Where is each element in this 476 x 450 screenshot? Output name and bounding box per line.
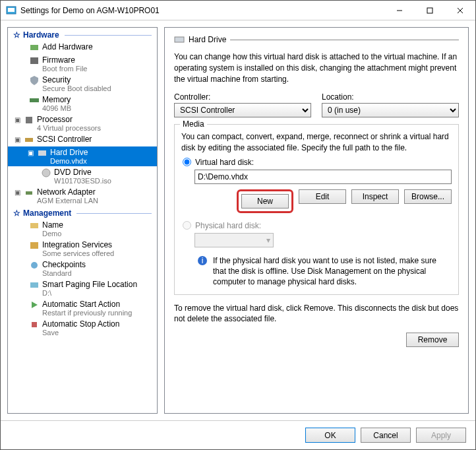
memory-icon — [29, 95, 40, 106]
media-legend: Media — [180, 119, 207, 129]
new-button[interactable]: New — [241, 194, 289, 209]
svg-rect-17 — [30, 282, 38, 288]
scsi-icon — [24, 135, 34, 145]
svg-text:i: i — [202, 256, 204, 265]
physical-hard-disk-label: Physical hard disk: — [195, 221, 261, 230]
shield-icon — [29, 75, 40, 86]
tree-auto-stop[interactable]: Automatic Stop ActionSave — [8, 318, 157, 338]
hard-drive-icon — [37, 148, 47, 158]
firmware-icon — [29, 55, 40, 66]
management-glyph: ☆ — [13, 209, 20, 218]
tree-firmware[interactable]: FirmwareBoot from File — [8, 54, 157, 74]
remove-button[interactable]: Remove — [406, 333, 459, 347]
svg-rect-3 — [427, 8, 432, 13]
hardware-header: ☆ Hardware — [8, 28, 157, 41]
location-label: Location: — [322, 92, 459, 102]
tree-network[interactable]: ▣ Network AdapterAGM External LAN — [8, 186, 157, 206]
controller-label: Controller: — [174, 92, 311, 102]
tree-processor[interactable]: ▣ Processor4 Virtual processors — [8, 113, 157, 133]
media-groupbox: Media You can compact, convert, expand, … — [174, 124, 459, 294]
ok-button[interactable]: OK — [305, 428, 355, 443]
integration-icon — [29, 240, 40, 251]
svg-rect-1 — [8, 8, 15, 12]
dialog-footer: OK Cancel Apply — [1, 420, 475, 449]
tree-dvd-drive[interactable]: DVD DriveW101703ESD.iso — [8, 166, 157, 186]
tree-integration[interactable]: Integration ServicesSome services offere… — [8, 239, 157, 259]
svg-rect-13 — [26, 191, 32, 195]
collapse-icon[interactable]: ▣ — [13, 136, 21, 143]
svg-rect-8 — [30, 98, 39, 102]
tree-security[interactable]: SecuritySecure Boot disabled — [8, 74, 157, 94]
cancel-button[interactable]: Cancel — [361, 428, 411, 443]
close-button[interactable] — [445, 1, 475, 20]
tree-auto-start[interactable]: Automatic Start ActionRestart if previou… — [8, 298, 157, 318]
browse-button[interactable]: Browse... — [404, 189, 452, 204]
dvd-icon — [41, 168, 51, 178]
remove-text: To remove the virtual hard disk, click R… — [174, 303, 459, 325]
edit-button[interactable]: Edit — [299, 189, 346, 204]
svg-rect-7 — [30, 57, 38, 64]
settings-tree: ☆ Hardware Add Hardware FirmwareBoot fro… — [7, 27, 158, 414]
physical-disk-info: If the physical hard disk you want to us… — [213, 255, 449, 288]
svg-rect-11 — [38, 150, 46, 156]
management-header: ☆ Management — [8, 206, 157, 219]
info-icon: i — [197, 255, 208, 266]
hard-drive-icon — [174, 34, 185, 45]
svg-rect-6 — [30, 45, 38, 50]
tree-add-hardware[interactable]: Add Hardware — [8, 41, 157, 54]
add-hardware-icon — [29, 42, 40, 53]
svg-point-12 — [42, 169, 50, 177]
minimize-button[interactable] — [384, 1, 415, 20]
expand-icon[interactable]: ▣ — [26, 149, 34, 156]
media-intro: You can compact, convert, expand, merge,… — [181, 131, 452, 154]
controller-select[interactable]: SCSI Controller — [174, 103, 311, 117]
auto-stop-icon — [29, 319, 40, 330]
apply-button: Apply — [416, 428, 466, 443]
hardware-glyph: ☆ — [13, 30, 20, 40]
svg-rect-9 — [26, 117, 32, 123]
virtual-hard-disk-label: Virtual hard disk: — [195, 158, 254, 167]
svg-rect-20 — [175, 37, 184, 42]
physical-hard-disk-radio — [183, 221, 191, 230]
tree-scsi[interactable]: ▣ SCSI Controller — [8, 133, 157, 146]
tree-smart-paging[interactable]: Smart Paging File LocationD:\ — [8, 278, 157, 298]
network-icon — [24, 187, 34, 198]
location-select[interactable]: 0 (in use) — [322, 103, 459, 117]
svg-rect-15 — [30, 242, 38, 249]
checkpoints-icon — [29, 260, 40, 271]
virtual-hard-disk-radio[interactable] — [183, 158, 191, 166]
window-title: Settings for Demo on AGM-W10PRO01 — [20, 6, 384, 15]
svg-rect-14 — [30, 223, 38, 228]
svg-point-16 — [31, 262, 38, 269]
app-icon — [6, 5, 16, 16]
detail-intro: You can change how this virtual hard dis… — [174, 51, 459, 84]
vhd-path-input[interactable] — [194, 170, 452, 184]
expand-icon[interactable]: ▣ — [13, 189, 21, 196]
detail-title: Hard Drive — [189, 35, 226, 44]
new-button-highlight: New — [237, 189, 293, 213]
tree-checkpoints[interactable]: CheckpointsStandard — [8, 259, 157, 278]
chevron-down-icon: ▾ — [266, 236, 270, 245]
titlebar: Settings for Demo on AGM-W10PRO01 — [1, 1, 475, 20]
inspect-button[interactable]: Inspect — [351, 189, 399, 204]
detail-pane: Hard Drive You can change how this virtu… — [164, 27, 469, 414]
expand-icon[interactable]: ▣ — [13, 116, 21, 123]
svg-marker-18 — [32, 302, 38, 308]
physical-disk-select: ▾ — [194, 233, 274, 247]
name-icon — [29, 220, 40, 231]
svg-rect-10 — [25, 138, 33, 142]
tree-hard-drive[interactable]: ▣ Hard DriveDemo.vhdx — [8, 146, 157, 166]
maximize-button[interactable] — [415, 1, 445, 20]
tree-name[interactable]: NameDemo — [8, 219, 157, 239]
paging-icon — [29, 280, 40, 290]
svg-rect-19 — [32, 322, 37, 327]
tree-memory[interactable]: Memory4096 MB — [8, 94, 157, 113]
auto-start-icon — [29, 300, 40, 310]
cpu-icon — [24, 115, 34, 125]
main-content: ☆ Hardware Add Hardware FirmwareBoot fro… — [1, 20, 475, 420]
